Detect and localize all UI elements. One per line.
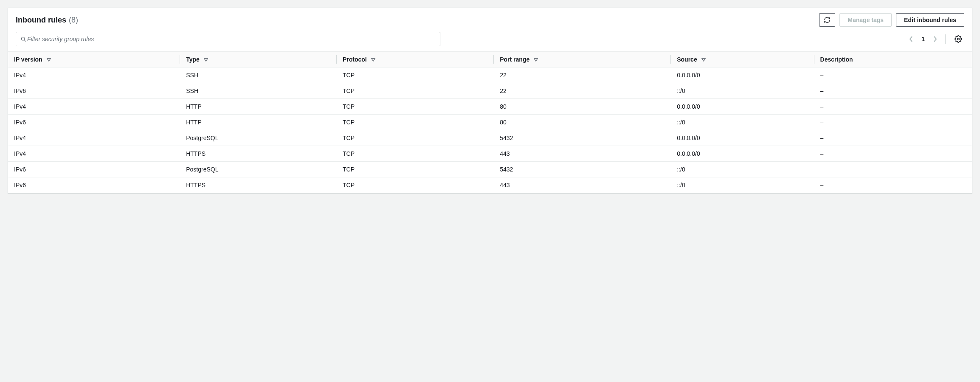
- refresh-button[interactable]: [819, 13, 835, 27]
- title-text: Inbound rules: [16, 16, 66, 25]
- cell-port-range: 80: [494, 99, 671, 115]
- table-row[interactable]: IPv6PostgreSQLTCP5432::/0–: [8, 162, 972, 177]
- table-row[interactable]: IPv4HTTPTCP800.0.0.0/0–: [8, 99, 972, 115]
- table-row[interactable]: IPv4HTTPSTCP4430.0.0.0/0–: [8, 146, 972, 162]
- col-ip-version[interactable]: IP version: [8, 52, 180, 67]
- col-description[interactable]: Description: [814, 52, 972, 67]
- filter-row: 1: [8, 28, 972, 51]
- cell-port-range: 80: [494, 115, 671, 130]
- cell-ip-version: IPv4: [8, 130, 180, 146]
- edit-inbound-rules-button[interactable]: Edit inbound rules: [896, 13, 964, 27]
- col-protocol[interactable]: Protocol: [337, 52, 494, 67]
- col-port-range[interactable]: Port range: [494, 52, 671, 67]
- cell-port-range: 22: [494, 83, 671, 99]
- cell-source: ::/0: [671, 83, 814, 99]
- cell-protocol: TCP: [337, 99, 494, 115]
- cell-protocol: TCP: [337, 146, 494, 162]
- filter-input[interactable]: [26, 35, 436, 43]
- cell-description: –: [814, 115, 972, 130]
- cell-source: 0.0.0.0/0: [671, 67, 814, 83]
- cell-description: –: [814, 67, 972, 83]
- cell-type: HTTPS: [180, 146, 337, 162]
- table-scroll[interactable]: IP version Type Protocol: [8, 51, 972, 193]
- cell-ip-version: IPv4: [8, 67, 180, 83]
- sort-icon: [204, 58, 208, 62]
- cell-ip-version: IPv6: [8, 177, 180, 193]
- panel-title: Inbound rules (8): [16, 16, 815, 25]
- cell-source: 0.0.0.0/0: [671, 99, 814, 115]
- cell-protocol: TCP: [337, 177, 494, 193]
- cell-type: HTTP: [180, 99, 337, 115]
- col-protocol-label: Protocol: [343, 56, 367, 63]
- cell-type: HTTP: [180, 115, 337, 130]
- cell-description: –: [814, 130, 972, 146]
- paginator: 1: [908, 36, 938, 42]
- cell-ip-version: IPv6: [8, 162, 180, 177]
- svg-marker-5: [372, 59, 375, 61]
- edit-inbound-rules-label: Edit inbound rules: [904, 17, 956, 23]
- cell-protocol: TCP: [337, 67, 494, 83]
- table-settings-button[interactable]: [952, 33, 964, 45]
- cell-protocol: TCP: [337, 83, 494, 99]
- cell-protocol: TCP: [337, 162, 494, 177]
- svg-marker-7: [702, 59, 705, 61]
- svg-line-1: [24, 40, 25, 41]
- cell-port-range: 5432: [494, 162, 671, 177]
- table-row[interactable]: IPv6SSHTCP22::/0–: [8, 83, 972, 99]
- cell-type: PostgreSQL: [180, 130, 337, 146]
- cell-type: SSH: [180, 67, 337, 83]
- sort-icon: [371, 58, 375, 62]
- cell-type: HTTPS: [180, 177, 337, 193]
- sort-icon: [534, 58, 538, 62]
- col-source-label: Source: [677, 56, 697, 63]
- cell-ip-version: IPv4: [8, 146, 180, 162]
- cell-description: –: [814, 83, 972, 99]
- cell-type: PostgreSQL: [180, 162, 337, 177]
- cell-description: –: [814, 177, 972, 193]
- cell-port-range: 22: [494, 67, 671, 83]
- table-header: IP version Type Protocol: [8, 52, 972, 67]
- col-source[interactable]: Source: [671, 52, 814, 67]
- next-page-button[interactable]: [932, 36, 938, 42]
- svg-point-2: [957, 38, 960, 40]
- col-description-label: Description: [820, 56, 853, 63]
- svg-marker-6: [534, 59, 538, 61]
- cell-description: –: [814, 162, 972, 177]
- manage-tags-button[interactable]: Manage tags: [839, 13, 892, 27]
- filter-input-wrap[interactable]: [16, 32, 440, 46]
- col-port-range-label: Port range: [500, 56, 529, 63]
- cell-source: 0.0.0.0/0: [671, 146, 814, 162]
- svg-marker-3: [47, 59, 51, 61]
- rules-table: IP version Type Protocol: [8, 51, 972, 193]
- inbound-rules-panel: Inbound rules (8) Manage tags Edit inbou…: [8, 8, 972, 194]
- cell-description: –: [814, 99, 972, 115]
- table-row[interactable]: IPv6HTTPSTCP443::/0–: [8, 177, 972, 193]
- refresh-icon: [824, 17, 831, 23]
- cell-ip-version: IPv6: [8, 115, 180, 130]
- vertical-divider: [945, 34, 946, 44]
- cell-type: SSH: [180, 83, 337, 99]
- col-ip-version-label: IP version: [14, 56, 42, 63]
- cell-port-range: 443: [494, 177, 671, 193]
- prev-page-button[interactable]: [908, 36, 915, 42]
- sort-icon: [701, 58, 706, 62]
- cell-port-range: 5432: [494, 130, 671, 146]
- col-type[interactable]: Type: [180, 52, 337, 67]
- search-icon: [20, 36, 26, 42]
- svg-marker-4: [204, 59, 208, 61]
- title-count: (8): [69, 16, 78, 25]
- sort-icon: [47, 58, 51, 62]
- table-row[interactable]: IPv4SSHTCP220.0.0.0/0–: [8, 67, 972, 83]
- table-row[interactable]: IPv4PostgreSQLTCP54320.0.0.0/0–: [8, 130, 972, 146]
- cell-protocol: TCP: [337, 130, 494, 146]
- cell-protocol: TCP: [337, 115, 494, 130]
- panel-header: Inbound rules (8) Manage tags Edit inbou…: [8, 8, 972, 28]
- gear-icon: [955, 35, 962, 43]
- table-row[interactable]: IPv6HTTPTCP80::/0–: [8, 115, 972, 130]
- cell-description: –: [814, 146, 972, 162]
- cell-source: 0.0.0.0/0: [671, 130, 814, 146]
- cell-ip-version: IPv6: [8, 83, 180, 99]
- cell-ip-version: IPv4: [8, 99, 180, 115]
- cell-source: ::/0: [671, 177, 814, 193]
- col-type-label: Type: [186, 56, 200, 63]
